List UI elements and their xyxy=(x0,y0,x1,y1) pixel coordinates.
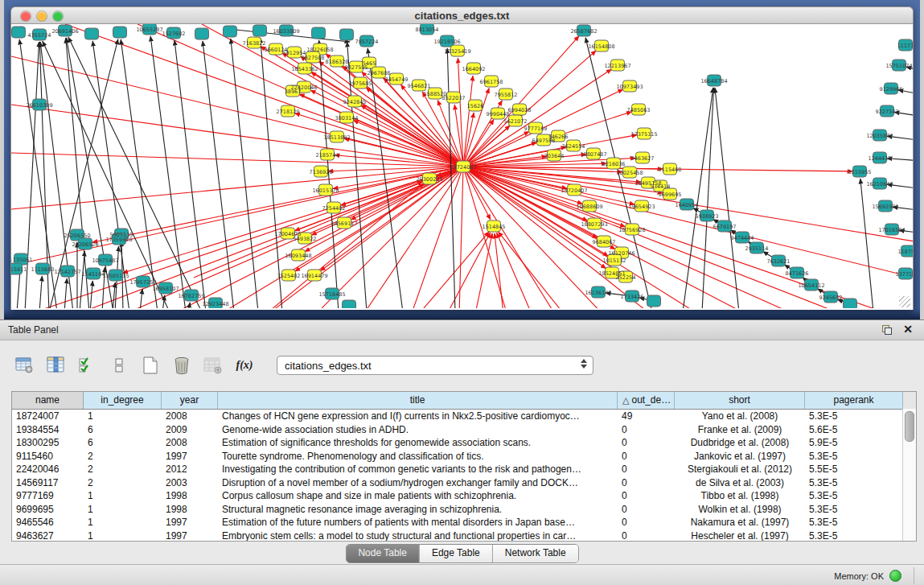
cell-short: Franke et al. (2009) xyxy=(675,423,805,437)
cell-out_de: 0 xyxy=(618,423,675,437)
cell-short: Dudbridge et al. (2008) xyxy=(675,436,805,450)
node-label: 16543362 xyxy=(291,66,318,72)
node-label: 18724007 xyxy=(450,164,476,171)
table-row[interactable]: 1938455462009Genome-wide association stu… xyxy=(12,423,916,437)
import-table-disabled-icon xyxy=(203,355,224,376)
citation-edge xyxy=(368,48,403,308)
graph-node[interactable] xyxy=(312,27,326,39)
column-header-in_degree[interactable]: in_degree xyxy=(84,392,162,409)
graph-node[interactable] xyxy=(113,27,127,38)
graph-node[interactable] xyxy=(844,299,857,308)
table-row[interactable]: 977716911998Corpus callosum shape and si… xyxy=(12,489,916,503)
column-header-short[interactable]: short xyxy=(675,392,805,409)
node-label: 16782759 xyxy=(178,293,204,299)
table-row[interactable]: 1830029562008Estimation of significance … xyxy=(12,436,916,450)
cell-year: 1998 xyxy=(162,489,218,503)
cell-out_de: 0 xyxy=(618,503,675,517)
cell-in_degree: 1 xyxy=(84,529,162,542)
graph-node[interactable] xyxy=(647,295,661,307)
graph-node[interactable] xyxy=(224,26,237,37)
graph-node[interactable] xyxy=(12,27,26,38)
cell-pagerank: 5.5E-5 xyxy=(805,463,903,476)
table-row[interactable]: 1872400712008Changes of HCN gene express… xyxy=(12,410,916,423)
citation-network-graph[interactable]: 4355724206914061065528715276021603380978… xyxy=(11,24,913,308)
node-label: 10688609 xyxy=(576,204,602,210)
column-header-year[interactable]: year xyxy=(162,392,218,409)
node-label: 1135061 xyxy=(11,257,32,263)
cell-in_degree: 1 xyxy=(84,503,162,517)
float-panel-icon[interactable] xyxy=(882,325,892,335)
graph-node[interactable] xyxy=(253,25,267,36)
selected-citation-edge xyxy=(363,167,463,308)
node-label: 16210643 xyxy=(866,181,893,187)
citation-edge xyxy=(68,37,202,308)
node-label: 1514845 xyxy=(483,224,506,230)
column-header-name[interactable]: name xyxy=(12,392,84,409)
node-label: 8454749 xyxy=(385,76,409,83)
graph-node[interactable] xyxy=(195,28,209,39)
cell-year: 1997 xyxy=(162,529,218,542)
column-header-out_de[interactable]: △out_de… xyxy=(618,392,675,409)
node-label: 5938923 xyxy=(696,213,719,220)
table-vertical-scrollbar[interactable] xyxy=(902,409,916,541)
column-header-pagerank[interactable]: pagerank xyxy=(805,392,903,409)
network-canvas[interactable]: 4355724206914061065528715276021603380978… xyxy=(10,24,914,310)
tab-edge-table[interactable]: Edge Table xyxy=(420,545,493,562)
cell-title: Disruption of a novel member of a sodium… xyxy=(218,476,618,490)
cell-title: Estimation of significance thresholds fo… xyxy=(218,436,618,450)
node-label: 16154808 xyxy=(588,43,614,50)
graph-node[interactable] xyxy=(85,28,99,39)
selected-citation-edge xyxy=(11,153,463,167)
close-panel-icon[interactable]: ✕ xyxy=(903,323,913,336)
node-label: 12923448 xyxy=(202,301,228,307)
node-label: 203644 xyxy=(544,153,565,159)
select-checks-icon[interactable] xyxy=(77,355,98,376)
new-document-icon[interactable] xyxy=(140,355,161,376)
tab-node-table[interactable]: Node Table xyxy=(346,545,420,562)
node-label: 7254402 xyxy=(322,205,346,212)
node-label: 2185744 xyxy=(316,152,339,159)
node-label: 1640954 xyxy=(676,202,699,208)
cell-name: 14569117 xyxy=(12,476,84,490)
cell-title: Genome-wide association studies in ADHD. xyxy=(218,423,618,437)
scrollbar-thumb[interactable] xyxy=(905,411,914,442)
graph-node[interactable] xyxy=(340,29,354,40)
cell-out_de: 0 xyxy=(618,436,675,450)
cell-name: 9777169 xyxy=(12,489,84,503)
node-label: 16136141 xyxy=(585,290,611,296)
cell-in_degree: 1 xyxy=(84,489,162,503)
table-row[interactable]: 2242004622012Investigating the contribut… xyxy=(12,463,916,476)
node-label: 16958107 xyxy=(152,286,179,292)
node-label: 12213967 xyxy=(604,63,630,69)
table-header-row: namein_degreeyeartitle△out_de…shortpager… xyxy=(12,392,916,410)
window-resize-grip[interactable] xyxy=(899,296,910,307)
table-row[interactable]: 969969511998Structural magnetic resonanc… xyxy=(12,503,916,517)
selected-citation-edge xyxy=(463,167,893,308)
citation-edge xyxy=(39,276,42,308)
table-selector-dropdown[interactable]: citations_edges.txt xyxy=(277,356,593,375)
cell-out_de: 0 xyxy=(618,489,675,503)
graph-node[interactable] xyxy=(343,300,356,308)
function-builder-icon[interactable]: f(x) xyxy=(234,355,255,376)
node-label: 15720407 xyxy=(561,187,587,194)
trash-icon[interactable] xyxy=(171,355,192,376)
cell-title: Estimation of the future numbers of pati… xyxy=(218,516,618,529)
network-window-title: citations_edges.txt xyxy=(11,10,913,22)
tab-network-table[interactable]: Network Table xyxy=(493,545,578,562)
highlight-column-icon[interactable] xyxy=(46,355,67,376)
table-row[interactable]: 946362711997Embryonic stem cells: a mode… xyxy=(12,529,916,542)
cell-pagerank: 5.3E-5 xyxy=(805,476,903,490)
network-window-titlebar[interactable]: citations_edges.txt xyxy=(10,6,914,24)
node-label: 17375115 xyxy=(630,131,657,138)
table-row[interactable]: 1456911722003Disruption of a novel membe… xyxy=(12,476,916,490)
node-label: 3803144 xyxy=(335,115,359,122)
dropdown-arrows-icon xyxy=(581,359,587,369)
node-label: 9115460 xyxy=(659,167,682,173)
table-settings-icon[interactable] xyxy=(14,355,35,376)
column-header-title[interactable]: title xyxy=(218,392,618,409)
node-label: 12035872 xyxy=(866,133,893,139)
table-row[interactable]: 946554611997Estimation of the future num… xyxy=(12,516,916,529)
rows-icon[interactable] xyxy=(109,355,129,376)
table-row[interactable]: 911546021997Tourette syndrome. Phenomeno… xyxy=(12,450,916,463)
cell-year: 2008 xyxy=(162,436,218,450)
